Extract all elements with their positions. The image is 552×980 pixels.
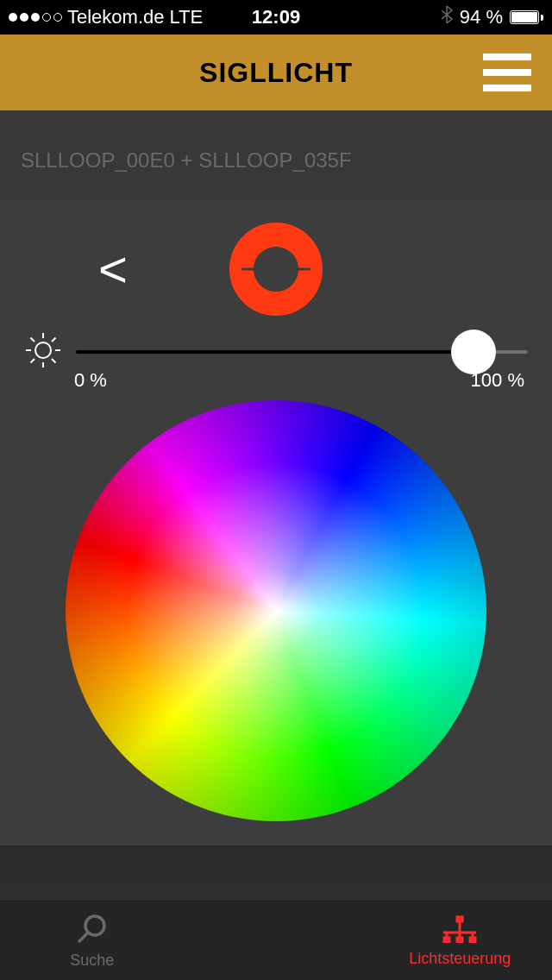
battery-percent-label: 94 % [460,6,503,28]
color-wheel-container [21,400,531,821]
svg-line-13 [79,933,87,941]
status-bar: Telekom.de LTE 12:09 94 % [0,0,552,35]
menu-button[interactable] [483,53,531,91]
bluetooth-icon [441,5,453,29]
brightness-slider[interactable] [76,335,528,369]
svg-line-9 [52,359,56,363]
svg-rect-22 [457,917,462,921]
app-header: SIGLLICHT [0,35,552,110]
svg-line-11 [52,338,56,342]
svg-rect-19 [457,938,462,942]
device-names-label: SLLLOOP_00E0 + SLLLOOP_035F [0,110,552,200]
network-type-label: LTE [170,6,204,28]
back-button[interactable]: < [98,244,128,294]
tab-search-label: Suche [70,952,114,970]
clock-label: 12:09 [252,6,300,28]
top-controls: < [21,217,531,321]
tab-bar: Suche Lichtsteuerung [0,901,552,980]
svg-point-3 [35,342,51,358]
status-right: 94 % [300,5,543,29]
divider [0,883,552,901]
status-left: Telekom.de LTE [9,6,252,28]
color-preview-ring[interactable] [229,222,323,317]
slider-thumb[interactable] [451,330,496,374]
carrier-label: Telekom.de [67,6,165,28]
battery-icon [510,10,543,24]
svg-line-10 [31,359,35,363]
tab-spacer [184,901,367,980]
svg-point-12 [85,916,104,935]
control-panel: < 0 [0,200,552,845]
svg-rect-18 [444,938,449,942]
color-wheel[interactable] [66,400,486,821]
tab-light-control-label: Lichtsteuerung [409,950,511,968]
brightness-control [21,331,531,373]
search-icon [76,912,109,948]
brightness-min-label: 0 % [74,369,107,392]
svg-line-8 [31,338,35,342]
light-control-icon [440,914,480,946]
tab-light-control[interactable]: Lichtsteuerung [368,901,552,980]
svg-rect-20 [470,938,475,942]
tab-search[interactable]: Suche [0,901,184,980]
brightness-labels: 0 % 100 % [21,369,531,392]
signal-strength-icon [9,13,62,22]
app-title: SIGLLICHT [199,57,353,89]
brightness-icon [24,331,62,373]
